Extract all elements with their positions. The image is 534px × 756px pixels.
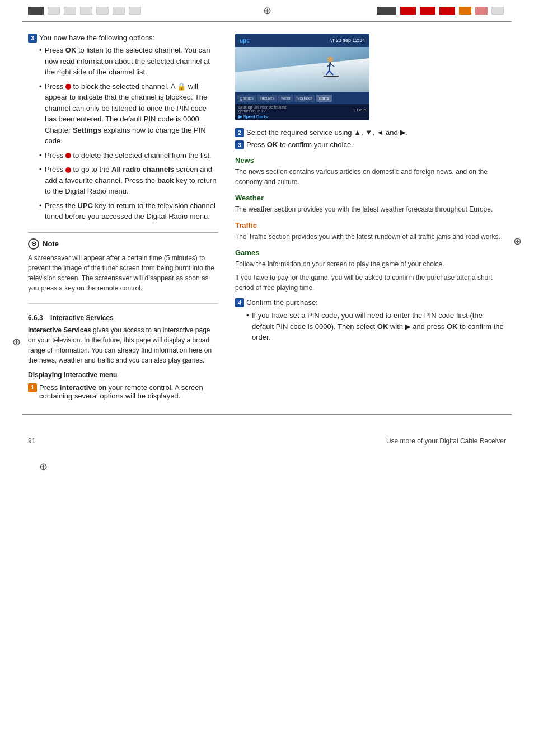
note-icon: ⊝ <box>28 238 39 250</box>
right-step2-number: 2 <box>235 128 244 137</box>
bar-right-2 <box>400 7 416 15</box>
bullet-2: Press to block the selected channel. A 🔒… <box>39 81 218 147</box>
step3-intro: You now have the following options: <box>39 34 154 42</box>
step4-content: Confirm the purchase: If you have set a … <box>246 298 506 346</box>
tv-footer-text1: Druk op OK voor de leukste <box>238 105 287 109</box>
left-crosshair: ⊕ <box>12 336 21 348</box>
step1-text: Press interactive on your remote control… <box>39 383 218 400</box>
page-footer: 91 Use more of your Digital Cable Receiv… <box>0 431 534 450</box>
ok-bold-step4-2: OK <box>447 322 458 331</box>
news-heading: News <box>235 156 506 165</box>
red-circle-1 <box>65 84 71 90</box>
interactive-services-bold: Interactive Services <box>28 326 91 334</box>
bullet-3: Press to delete the selected channel fro… <box>39 150 218 161</box>
weather-body: The weather section provides you with th… <box>235 204 506 214</box>
bullet-4: Press to go to the All radio channels sc… <box>39 164 218 197</box>
step1-displaying-row: 1 Press interactive on your remote contr… <box>28 383 218 400</box>
settings-bold: Settings <box>73 126 101 134</box>
bar-seg-2 <box>48 7 60 15</box>
right-step2-text: Select the required service using ▲, ▼, … <box>246 128 407 137</box>
step1-number: 1 <box>28 383 37 392</box>
tv-footer: Druk op OK voor de leukste games op je T… <box>235 104 369 120</box>
interactive-bold: interactive <box>60 383 96 392</box>
step4-number: 4 <box>235 298 244 307</box>
tv-skier-svg <box>235 47 369 92</box>
step4-bullets: If you have set a PIN code, you will nee… <box>246 310 506 343</box>
bar-right-6 <box>475 7 488 15</box>
tv-time: vr 23 sep 12:34 <box>330 37 365 43</box>
bar-seg-1 <box>28 7 44 15</box>
bullet-1: Press OK to listen to the selected chann… <box>39 45 218 78</box>
bottom-crosshair: ⊕ <box>39 461 48 473</box>
tv-footer-btn: ▶ Speel Darts <box>238 114 287 119</box>
right-step3-number: 3 <box>235 140 244 149</box>
news-body: The news section contains various articl… <box>235 167 506 187</box>
top-bars-left <box>28 7 252 15</box>
tv-footer-text2: games op je TV. <box>238 109 287 113</box>
menu-verkeer: verkeer <box>294 95 315 102</box>
bullet-5: Press the UPC key to return to the telev… <box>39 200 218 222</box>
red-circle-3 <box>65 167 71 173</box>
traffic-heading: Traffic <box>235 221 506 229</box>
menu-weer: weer <box>278 95 293 102</box>
bottom-bar-row: ⊕ <box>0 456 534 477</box>
bottom-rule <box>22 414 512 415</box>
tv-header: upc vr 23 sep 12:34 <box>235 34 369 47</box>
bar-right-5 <box>459 7 471 15</box>
ok-bold-1: OK <box>65 46 77 54</box>
ok-bold-step4: OK <box>377 322 388 331</box>
subsection-663-text: Interactive Services gives you access to… <box>28 325 218 365</box>
top-bars-right <box>283 7 507 15</box>
bullet-list: Press OK to listen to the selected chann… <box>39 45 218 222</box>
step3-number: 3 <box>28 34 37 43</box>
bar-seg-4 <box>80 7 92 15</box>
right-column: upc vr 23 sep 12:34 <box>235 34 506 402</box>
top-bar-row: ⊕ <box>0 0 534 21</box>
upc-bold: UPC <box>78 201 93 210</box>
page-footer-text: Use more of your Digital Cable Receiver <box>386 437 506 445</box>
right-step3-text: Press OK to confirm your choice. <box>246 140 353 149</box>
menu-darts: darts <box>316 95 332 102</box>
left-column: 3 You now have the following options: Pr… <box>28 34 218 402</box>
all-radio-bold: All radio channels <box>111 165 174 173</box>
games-body-1: Follow the information on your screen to… <box>235 259 506 269</box>
subsection-663-heading: 6.6.3 Interactive Services <box>28 314 218 322</box>
displaying-title: Displaying Interactive menu <box>28 371 218 379</box>
weather-heading: Weather <box>235 194 506 202</box>
step3-row: 3 You now have the following options: <box>28 34 218 43</box>
menu-games: games <box>237 95 256 102</box>
bar-seg-6 <box>113 7 125 15</box>
games-body-2: If you have to pay for the game, you wil… <box>235 273 506 293</box>
step4-text: Confirm the purchase: <box>246 298 318 307</box>
bar-seg-3 <box>64 7 76 15</box>
section-divider-1 <box>28 303 218 304</box>
traffic-body: The Traffic section provides you with th… <box>235 232 506 242</box>
tv-menu-bar: games nieuws weer verkeer darts <box>235 92 369 104</box>
step4-bullet-1: If you have set a PIN code, you will nee… <box>246 310 506 343</box>
red-circle-2 <box>65 153 71 158</box>
note-text: A screensaver will appear after a certai… <box>28 253 218 293</box>
right-crosshair: ⊕ <box>513 235 522 247</box>
bar-seg-7 <box>129 7 141 15</box>
page-content: 3 You now have the following options: Pr… <box>0 22 534 414</box>
bar-right-4 <box>439 7 455 15</box>
right-step3-row: 3 Press OK to confirm your choice. <box>235 140 506 149</box>
bar-right-7 <box>491 7 504 15</box>
back-bold: back <box>157 176 174 185</box>
tv-logo: upc <box>240 37 250 44</box>
svg-point-2 <box>327 57 333 62</box>
top-crosshair: ⊕ <box>263 4 271 17</box>
bar-right-3 <box>420 7 435 15</box>
note-box: ⊝ Note A screensaver will appear after a… <box>28 232 218 293</box>
note-title-row: ⊝ Note <box>28 238 218 250</box>
tv-footer-help: ? Help <box>353 107 366 112</box>
games-heading: Games <box>235 248 506 257</box>
bar-right-1 <box>377 7 396 15</box>
tv-screenshot: upc vr 23 sep 12:34 <box>235 34 369 120</box>
step4-row: 4 Confirm the purchase: If you have set … <box>235 298 506 346</box>
note-title-text: Note <box>43 240 59 248</box>
page-number: 91 <box>28 437 35 445</box>
bar-seg-5 <box>96 7 109 15</box>
tv-main-image <box>235 47 369 92</box>
menu-nieuws: nieuws <box>257 95 277 102</box>
